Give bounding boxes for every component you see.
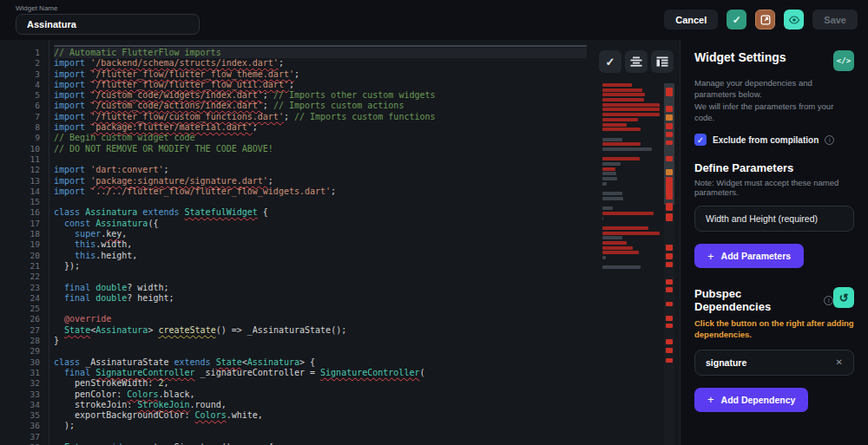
code-lines[interactable]: // Automatic FlutterFlow importsimport '… bbox=[54, 48, 587, 445]
format-center-icon bbox=[630, 56, 642, 67]
code-token: 'package:signature/signature.dart' bbox=[90, 176, 268, 186]
save-button[interactable]: Save bbox=[812, 10, 858, 29]
code-token: class bbox=[54, 207, 85, 217]
widget-name-input[interactable] bbox=[16, 14, 200, 35]
code-line[interactable]: strokeJoin: StrokeJoin.round, bbox=[54, 400, 587, 410]
minimap-row bbox=[602, 206, 663, 210]
code-token: ; bbox=[163, 165, 168, 174]
code-line[interactable]: this.height, bbox=[54, 251, 587, 261]
compile-check-button[interactable]: ✓ bbox=[727, 10, 746, 29]
minimap-row bbox=[602, 162, 663, 166]
code-token: , bbox=[163, 378, 168, 388]
check-code-button[interactable]: ✓ bbox=[599, 50, 621, 73]
code-line[interactable]: import '../../flutter_flow/flutter_flow_… bbox=[54, 187, 587, 197]
minimap-row bbox=[602, 202, 663, 206]
code-line[interactable] bbox=[54, 197, 587, 207]
line-number: 10 bbox=[0, 144, 40, 154]
code-line[interactable]: } bbox=[54, 336, 587, 346]
add-parameters-button[interactable]: + Add Parameters bbox=[694, 244, 804, 268]
code-token: ); bbox=[54, 421, 75, 430]
code-line[interactable]: super.key, bbox=[54, 229, 587, 239]
minimap-row bbox=[602, 133, 663, 136]
error-mark bbox=[666, 302, 673, 306]
code-line[interactable] bbox=[54, 432, 587, 442]
code-line[interactable]: State<Assinatura> createState() => _Assi… bbox=[54, 325, 587, 336]
code-line[interactable]: // Automatic FlutterFlow imports bbox=[54, 48, 587, 58]
code-token: // Imports custom functions bbox=[294, 112, 436, 121]
code-line[interactable] bbox=[54, 272, 587, 282]
line-number: 23 bbox=[0, 283, 40, 293]
code-line[interactable]: // DO NOT REMOVE OR MODIFY THE CODE ABOV… bbox=[54, 144, 587, 154]
error-mark bbox=[666, 316, 673, 321]
code-line[interactable] bbox=[54, 304, 587, 314]
format-code-button[interactable] bbox=[651, 50, 674, 73]
define-parameters-title: Define Parameters bbox=[694, 161, 854, 174]
code-line[interactable]: @override bbox=[54, 314, 587, 324]
panel-description: Manage your dependencies and parameters … bbox=[694, 77, 852, 123]
info-icon[interactable]: i bbox=[825, 135, 834, 145]
horizontal-scrollbar[interactable] bbox=[54, 45, 587, 47]
error-mark bbox=[666, 106, 673, 112]
view-code-button[interactable]: </> bbox=[833, 50, 854, 71]
parameters-field[interactable]: Width and Height (required) bbox=[694, 206, 854, 232]
editor-toolbar: ✓ bbox=[599, 50, 674, 73]
code-token: @override bbox=[64, 314, 111, 324]
code-line[interactable]: // Begin custom widget code bbox=[54, 133, 587, 143]
code-line[interactable]: import 'dart:convert'; bbox=[54, 165, 587, 175]
code-token: '/custom_code/actions/index.dart' bbox=[90, 101, 263, 110]
code-line[interactable]: import '/flutter_flow/custom_functions.d… bbox=[54, 112, 587, 122]
code-line[interactable]: final double? height; bbox=[54, 293, 587, 304]
code-line[interactable]: penStrokeWidth: 2, bbox=[54, 378, 587, 389]
code-line[interactable]: final double? width; bbox=[54, 283, 587, 293]
code-token: super bbox=[75, 229, 101, 239]
code-line[interactable]: import 'package:signature/signature.dart… bbox=[54, 176, 587, 187]
line-number: 8 bbox=[0, 122, 40, 133]
line-number: 34 bbox=[0, 400, 40, 410]
code-token: import bbox=[54, 176, 90, 186]
preview-button[interactable] bbox=[784, 10, 804, 29]
open-in-new-button[interactable] bbox=[755, 10, 775, 29]
minimap-row bbox=[602, 265, 663, 269]
minimap-row bbox=[602, 147, 663, 151]
code-token: Colors bbox=[127, 389, 158, 399]
add-dependency-button[interactable]: + Add Dependency bbox=[694, 388, 808, 412]
exclude-compilation-checkbox[interactable]: ✓ bbox=[694, 134, 707, 146]
code-line[interactable]: this.width, bbox=[54, 239, 587, 250]
minimap[interactable] bbox=[602, 83, 663, 271]
code-line[interactable]: }); bbox=[54, 261, 587, 272]
code-line[interactable]: class Assinatura extends StatefulWidget … bbox=[54, 207, 587, 218]
code-line[interactable]: final SignatureController _signatureCont… bbox=[54, 368, 587, 378]
code-token: class bbox=[54, 357, 85, 367]
code-line[interactable]: class _AssinaturaState extends State<Ass… bbox=[54, 357, 587, 368]
minimap-line bbox=[602, 83, 632, 87]
code-line[interactable]: penColor: Colors.black, bbox=[54, 389, 587, 400]
code-token: import bbox=[54, 69, 90, 79]
cancel-button[interactable]: Cancel bbox=[664, 10, 718, 29]
code-line[interactable] bbox=[54, 154, 587, 165]
code-line[interactable]: import '/flutter_flow/flutter_flow_theme… bbox=[54, 69, 587, 80]
line-number: 18 bbox=[0, 229, 40, 239]
code-editor[interactable]: 1234567891011121314151617181920212223242… bbox=[0, 40, 680, 445]
add-dependency-label: Add Dependency bbox=[721, 395, 796, 405]
code-line[interactable]: import '/flutter_flow/flutter_flow_util.… bbox=[54, 80, 587, 90]
code-line[interactable]: import '/custom_code/widgets/index.dart'… bbox=[54, 90, 587, 101]
dependency-input[interactable] bbox=[706, 357, 836, 368]
code-line[interactable]: ); bbox=[54, 421, 587, 431]
code-line[interactable]: import 'package:flutter/material.dart'; bbox=[54, 122, 587, 133]
code-line[interactable] bbox=[54, 346, 587, 357]
code-token: this bbox=[75, 239, 95, 249]
code-line[interactable]: import '/custom_code/actions/index.dart'… bbox=[54, 101, 587, 111]
error-mark bbox=[666, 132, 673, 137]
code-line[interactable]: import '/backend/schema/structs/index.da… bbox=[54, 58, 587, 69]
dependency-field[interactable]: ✕ bbox=[694, 350, 854, 376]
minimap-line bbox=[602, 167, 615, 171]
format-center-button[interactable] bbox=[625, 50, 648, 73]
minimap-row bbox=[602, 103, 663, 107]
code-line[interactable]: exportBackgroundColor: Colors.white, bbox=[54, 410, 587, 421]
line-number: 28 bbox=[0, 336, 40, 346]
clear-icon[interactable]: ✕ bbox=[836, 357, 843, 367]
code-line[interactable]: const Assinatura({ bbox=[54, 219, 587, 229]
overview-ruler[interactable] bbox=[664, 83, 674, 445]
refresh-dependencies-button[interactable]: ↺ bbox=[833, 287, 854, 308]
info-icon[interactable]: i bbox=[824, 296, 833, 305]
